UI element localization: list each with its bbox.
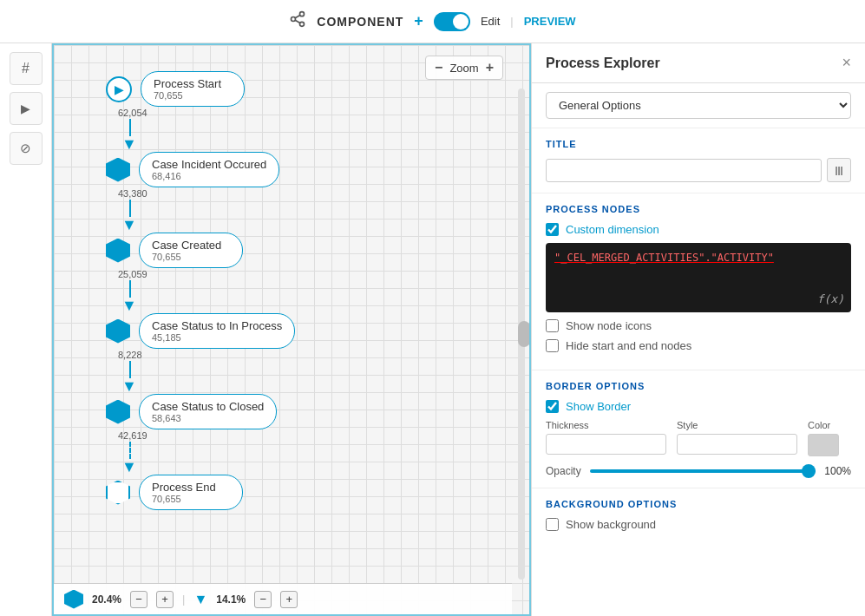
table-row[interactable]: Process End 70,655 — [106, 475, 243, 510]
hex-node-shape — [106, 400, 130, 424]
opacity-value: 100% — [824, 465, 851, 477]
table-row[interactable]: ▶ Process Start 70,655 — [106, 71, 245, 107]
title-section-heading: TITLE — [546, 139, 851, 149]
format-icon: ||| — [835, 165, 842, 175]
panel-title: Process Explorer — [546, 56, 660, 71]
title-input[interactable] — [546, 159, 822, 182]
connector: 8,228 ▼ — [106, 349, 142, 394]
preview-label[interactable]: PREVIEW — [524, 15, 576, 28]
panel-header: Process Explorer × — [532, 43, 865, 83]
arrow-down-icon: ▼ — [121, 378, 137, 394]
hashtag-icon: # — [22, 61, 29, 76]
table-row[interactable]: Case Status to Closed 58,643 — [106, 394, 277, 429]
show-background-row: Show background — [546, 518, 851, 531]
bottom-stats-bar: 20.4% − + | ▼ 14.1% − + — [54, 583, 512, 614]
canvas-scrollbar[interactable] — [515, 88, 528, 580]
node-name: Case Status to Closed — [152, 400, 264, 413]
connector-label: 42,619 — [118, 430, 147, 441]
style-label: Style — [677, 420, 797, 430]
close-button[interactable]: × — [842, 54, 851, 72]
node-count: 58,643 — [152, 413, 264, 423]
hide-start-end-row: Hide start and end nodes — [546, 339, 851, 352]
add-component-button[interactable]: + — [414, 12, 423, 30]
arrow-down-icon: ▼ — [121, 217, 137, 233]
node-name: Case Created — [152, 239, 230, 252]
svg-line-3 — [296, 20, 301, 23]
title-format-button[interactable]: ||| — [827, 158, 851, 182]
stat-minus-button-2[interactable]: − — [254, 591, 272, 608]
stat-sep: | — [182, 593, 185, 606]
sidebar-hashtag-button[interactable]: # — [10, 52, 43, 85]
connector: 62,054 ▼ — [106, 107, 147, 152]
node-label-box: Case Status to Closed 58,643 — [139, 394, 277, 429]
connector-line — [129, 361, 131, 378]
style-input[interactable] — [677, 434, 797, 455]
opacity-row: Opacity 100% — [546, 465, 851, 477]
background-options-heading: BACKGROUND OPTIONS — [546, 499, 851, 509]
node-label-box: Case Created 70,655 — [139, 233, 243, 268]
node-name: Case Status to In Process — [152, 319, 282, 332]
connector-label: 43,380 — [118, 188, 147, 199]
canvas-area: − Zoom + ▶ Process Start 70,655 62,054 — [52, 43, 531, 616]
color-swatch[interactable] — [808, 434, 839, 456]
general-options-dropdown[interactable]: General Options Node Options Edge Option… — [546, 92, 851, 119]
node-count: 70,655 — [152, 252, 230, 262]
node-count: 70,655 — [154, 90, 232, 101]
sidebar-filter-button[interactable]: ⊘ — [10, 132, 43, 165]
thickness-field-group: Thickness — [546, 420, 666, 456]
code-text: "_CEL_MERGED_ACTIVITIES"."ACTIVITY" — [554, 252, 774, 264]
stat-percentage-2: 14.1% — [216, 593, 246, 606]
component-label: COMPONENT — [317, 15, 403, 29]
table-row[interactable]: Case Incident Occured 68,416 — [106, 152, 279, 187]
background-options-section: BACKGROUND OPTIONS Show background — [532, 488, 865, 548]
table-row[interactable]: Case Status to In Process 45,185 — [106, 313, 295, 349]
node-label-box: Process Start 70,655 — [141, 71, 245, 107]
process-nodes-section: PROCESS NODES Custom dimension "_CEL_MER… — [532, 193, 865, 370]
code-editor[interactable]: "_CEL_MERGED_ACTIVITIES"."ACTIVITY" f(x) — [546, 243, 851, 312]
thickness-input[interactable] — [546, 434, 666, 455]
arrow-down-icon: ▼ — [121, 136, 137, 152]
fx-button[interactable]: f(x) — [817, 292, 844, 305]
color-label: Color — [808, 420, 851, 430]
show-node-icons-label: Show node icons — [566, 319, 652, 332]
edit-label: Edit — [481, 15, 500, 28]
play-icon: ▶ — [21, 102, 30, 115]
node-label-box: Case Incident Occured 68,416 — [139, 152, 279, 187]
connector-line — [129, 200, 131, 217]
stat-plus-button[interactable]: + — [156, 591, 174, 608]
node-count: 45,185 — [152, 332, 282, 343]
svg-point-0 — [300, 12, 305, 16]
node-count: 70,655 — [152, 494, 230, 504]
title-input-row: ||| — [546, 158, 851, 182]
show-node-icons-checkbox[interactable] — [546, 319, 559, 332]
custom-dimension-checkbox[interactable] — [546, 223, 559, 236]
connector-line — [129, 119, 131, 136]
hide-start-end-label: Hide start and end nodes — [566, 339, 691, 352]
edit-toggle[interactable] — [434, 12, 470, 31]
sidebar-play-button[interactable]: ▶ — [10, 92, 43, 125]
table-row[interactable]: Case Created 70,655 — [106, 233, 243, 268]
hex-node-shape — [106, 158, 130, 182]
custom-dimension-row: Custom dimension — [546, 223, 851, 236]
arrow-down-icon: ▼ — [121, 298, 137, 313]
share-icon — [289, 10, 306, 32]
title-section: TITLE ||| — [532, 128, 865, 193]
topbar-sep: | — [510, 15, 513, 28]
opacity-slider[interactable] — [590, 469, 816, 473]
custom-dimension-label: Custom dimension — [566, 223, 659, 236]
scrollbar-track — [518, 88, 525, 580]
node-name: Process Start — [154, 77, 232, 90]
node-count: 68,416 — [152, 171, 266, 181]
scrollbar-thumb[interactable] — [518, 321, 530, 347]
stat-minus-button[interactable]: − — [130, 591, 147, 608]
arrow-down-icon: ▼ — [121, 459, 137, 475]
show-border-checkbox[interactable] — [546, 400, 559, 413]
stat-plus-button-2[interactable]: + — [280, 591, 298, 608]
connector: 43,380 ▼ — [106, 187, 147, 233]
thickness-label: Thickness — [546, 420, 666, 430]
hex-node-shape — [106, 239, 130, 263]
show-background-checkbox[interactable] — [546, 518, 559, 531]
process-nodes-heading: PROCESS NODES — [546, 204, 851, 214]
hide-start-end-checkbox[interactable] — [546, 339, 559, 352]
connector: 25,059 ▼ — [106, 268, 147, 313]
